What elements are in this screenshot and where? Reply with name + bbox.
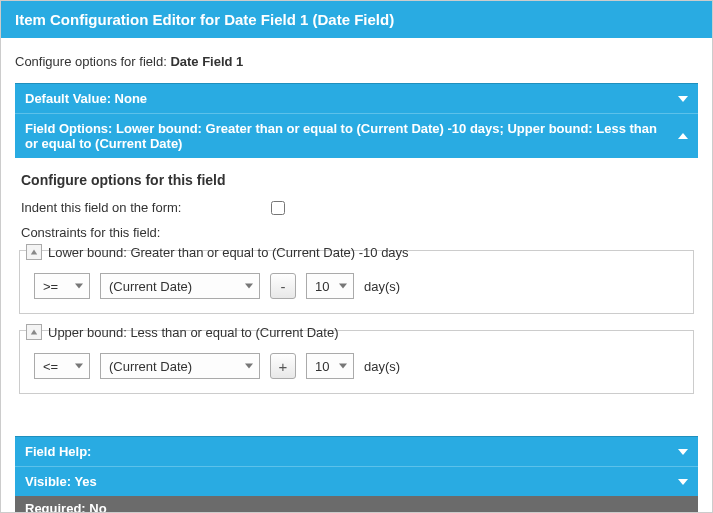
caret-down-icon — [339, 364, 347, 369]
section-visible[interactable]: Visible: Yes — [15, 466, 698, 496]
indent-row: Indent this field on the form: — [21, 200, 694, 215]
lower-operator-select[interactable]: >= — [34, 273, 90, 299]
upper-amount-value: 10 — [315, 359, 329, 374]
chevron-down-icon — [678, 479, 688, 485]
triangle-up-icon — [30, 248, 38, 256]
lower-reference-value: (Current Date) — [109, 279, 192, 294]
lower-amount-value: 10 — [315, 279, 329, 294]
upper-sign-button[interactable]: + — [270, 353, 296, 379]
field-options-panel: Configure options for this field Indent … — [15, 158, 698, 418]
caret-down-icon — [245, 284, 253, 289]
lower-bound-heading: Lower bound: Greater than or equal to (C… — [48, 245, 409, 260]
panel-title: Configure options for this field — [21, 172, 694, 188]
upper-bound-controls: <= (Current Date) + 10 day(s) — [20, 353, 693, 393]
upper-bound-heading-row: Upper bound: Less than or equal to (Curr… — [20, 322, 693, 348]
upper-reference-value: (Current Date) — [109, 359, 192, 374]
lower-reference-select[interactable]: (Current Date) — [100, 273, 260, 299]
bottom-sections: Field Help: Visible: Yes Required: No — [15, 436, 698, 512]
lower-amount-select[interactable]: 10 — [306, 273, 354, 299]
chevron-down-icon — [678, 96, 688, 102]
upper-operator-value: <= — [43, 359, 58, 374]
upper-sign-value: + — [279, 358, 288, 375]
intro-field-name: Date Field 1 — [170, 54, 243, 69]
editor-body: Configure options for field: Date Field … — [1, 38, 712, 418]
caret-down-icon — [245, 364, 253, 369]
constraints-label: Constraints for this field: — [21, 225, 694, 240]
section-required[interactable]: Required: No — [15, 496, 698, 512]
indent-checkbox[interactable] — [271, 201, 285, 215]
window-title: Item Configuration Editor for Date Field… — [15, 11, 394, 28]
upper-bound-collapse-button[interactable] — [26, 324, 42, 340]
lower-unit-label: day(s) — [364, 279, 400, 294]
chevron-up-icon — [678, 133, 688, 139]
svg-marker-0 — [31, 250, 37, 255]
section-visible-label: Visible: Yes — [25, 474, 97, 489]
upper-reference-select[interactable]: (Current Date) — [100, 353, 260, 379]
intro-prefix: Configure options for field: — [15, 54, 170, 69]
lower-operator-value: >= — [43, 279, 58, 294]
lower-sign-button[interactable]: - — [270, 273, 296, 299]
upper-operator-select[interactable]: <= — [34, 353, 90, 379]
section-field-options[interactable]: Field Options: Lower bound: Greater than… — [15, 113, 698, 158]
triangle-up-icon — [30, 328, 38, 336]
caret-down-icon — [339, 284, 347, 289]
intro-text: Configure options for field: Date Field … — [15, 54, 698, 69]
caret-down-icon — [75, 284, 83, 289]
lower-sign-value: - — [281, 278, 286, 295]
lower-bound-collapse-button[interactable] — [26, 244, 42, 260]
caret-down-icon — [75, 364, 83, 369]
lower-bound-controls: >= (Current Date) - 10 day(s) — [20, 273, 693, 313]
section-field-options-label: Field Options: Lower bound: Greater than… — [25, 121, 657, 151]
lower-bound-heading-row: Lower bound: Greater than or equal to (C… — [20, 242, 693, 268]
section-field-help[interactable]: Field Help: — [15, 436, 698, 466]
upper-bound-block: Upper bound: Less than or equal to (Curr… — [19, 330, 694, 394]
section-required-label: Required: No — [25, 501, 107, 512]
section-default-value-label: Default Value: None — [25, 91, 147, 106]
upper-bound-heading: Upper bound: Less than or equal to (Curr… — [48, 325, 339, 340]
upper-unit-label: day(s) — [364, 359, 400, 374]
svg-marker-1 — [31, 330, 37, 335]
indent-label: Indent this field on the form: — [21, 200, 271, 215]
lower-bound-block: Lower bound: Greater than or equal to (C… — [19, 250, 694, 314]
section-default-value[interactable]: Default Value: None — [15, 83, 698, 113]
section-field-help-label: Field Help: — [25, 444, 91, 459]
editor-window: Item Configuration Editor for Date Field… — [0, 0, 713, 513]
upper-amount-select[interactable]: 10 — [306, 353, 354, 379]
window-title-bar: Item Configuration Editor for Date Field… — [1, 1, 712, 38]
chevron-down-icon — [678, 449, 688, 455]
